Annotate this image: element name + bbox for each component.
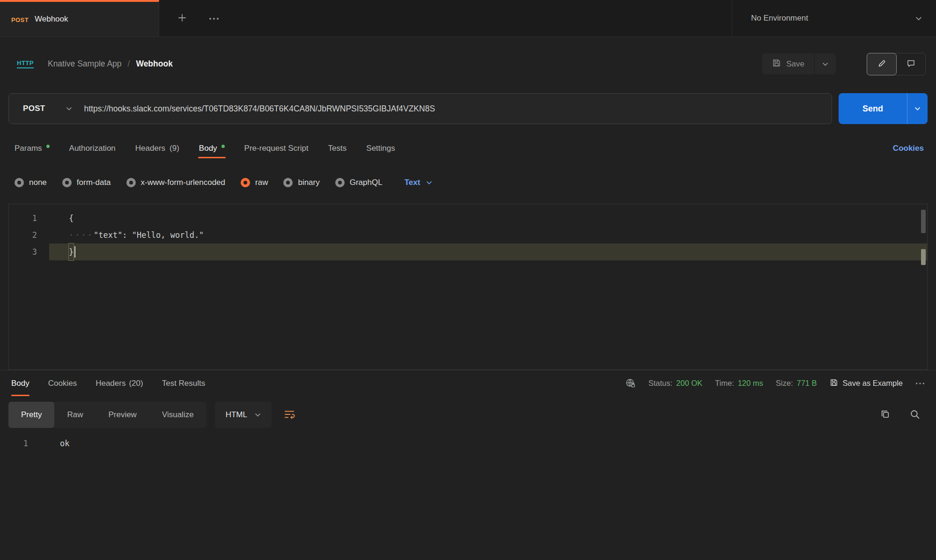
body-type-none-label: none — [29, 178, 47, 187]
send-options-button[interactable] — [907, 93, 928, 124]
response-tab-test-results[interactable]: Test Results — [162, 370, 206, 396]
url-input[interactable] — [84, 104, 832, 114]
response-view-modes: Pretty Raw Preview Visualize — [8, 402, 206, 428]
response-tab-body[interactable]: Body — [11, 370, 29, 396]
save-button[interactable]: Save — [762, 53, 814, 74]
network-info-icon[interactable] — [625, 378, 636, 389]
radio-selected-icon — [241, 178, 250, 187]
view-mode-pretty[interactable]: Pretty — [8, 402, 54, 428]
save-options-button[interactable] — [814, 53, 836, 74]
tab-options-button[interactable] — [209, 15, 219, 22]
request-meta-bar: HTTP Knative Sample App / Webhook Save — [0, 37, 936, 91]
save-icon — [772, 59, 781, 70]
tab-params[interactable]: Params — [15, 144, 50, 162]
breadcrumb-collection[interactable]: Knative Sample App — [48, 59, 122, 69]
radio-icon — [62, 178, 72, 187]
code-text: "text": "Hello, world." — [94, 227, 204, 243]
search-icon — [910, 409, 920, 421]
editor-line: 2 ···· "text": "Hello, world." — [9, 227, 927, 243]
comment-icon — [907, 59, 915, 69]
request-body-editor[interactable]: 1 { 2 ···· "text": "Hello, world." 3 } — [8, 204, 928, 370]
breadcrumb: Knative Sample App / Webhook — [48, 59, 173, 69]
tab-headers[interactable]: Headers (9) — [135, 144, 179, 162]
body-type-row: none form-data x-www-form-urlencoded raw… — [0, 162, 936, 204]
save-button-label: Save — [786, 59, 804, 69]
response-toolbar-right — [880, 409, 928, 421]
response-tab-body-label: Body — [11, 379, 29, 388]
time-badge[interactable]: Time: 120 ms — [715, 379, 763, 388]
editor-scrollbar-thumb[interactable] — [921, 210, 926, 233]
body-type-form-data-label: form-data — [77, 178, 111, 187]
tab-tests[interactable]: Tests — [328, 144, 347, 162]
tab-authorization[interactable]: Authorization — [69, 144, 116, 162]
method-label: POST — [23, 104, 45, 113]
size-badge[interactable]: Size: 771 B — [776, 379, 817, 388]
view-mode-visualize-label: Visualize — [162, 410, 194, 419]
save-as-example-button[interactable]: Save as Example — [830, 378, 903, 389]
environment-selector[interactable]: No Environment — [732, 0, 936, 37]
raw-language-selector[interactable]: Text — [405, 178, 433, 187]
time-label: Time: — [715, 379, 734, 388]
view-mode-raw[interactable]: Raw — [54, 402, 96, 428]
comments-button[interactable] — [896, 53, 925, 75]
radio-icon — [15, 178, 24, 187]
method-selector[interactable]: POST — [9, 104, 84, 113]
line-number: 2 — [9, 227, 49, 243]
status-badge[interactable]: Status: 200 OK — [649, 379, 702, 388]
response-tab-cookies[interactable]: Cookies — [48, 370, 77, 396]
request-tabs: Params Authorization Headers (9) Body Pr… — [0, 126, 936, 162]
view-mode-visualize[interactable]: Visualize — [149, 402, 206, 428]
response-body-viewer[interactable]: 1 ok — [0, 428, 936, 451]
postman-app: POST Webhook No Environment HTTP — [0, 0, 936, 451]
body-type-urlencoded[interactable]: x-www-form-urlencoded — [126, 178, 225, 187]
line-number: 3 — [9, 243, 49, 260]
response-meta: Status: 200 OK Time: 120 ms Size: 771 B … — [625, 378, 925, 389]
time-value: 120 ms — [738, 379, 763, 388]
body-type-none[interactable]: none — [15, 178, 47, 187]
http-protocol-icon: HTTP — [17, 59, 34, 68]
editor-line-current: 3 } — [9, 243, 927, 260]
response-language-selector[interactable]: HTML — [215, 402, 272, 428]
body-type-raw[interactable]: raw — [241, 178, 268, 187]
body-type-raw-label: raw — [255, 178, 268, 187]
tab-strip: POST Webhook No Environment — [0, 0, 936, 37]
send-button[interactable]: Send — [839, 93, 907, 124]
request-tab-webhook[interactable]: POST Webhook — [0, 0, 159, 37]
tab-headers-label: Headers — [135, 144, 165, 153]
body-type-binary-label: binary — [298, 178, 319, 187]
view-mode-preview[interactable]: Preview — [96, 402, 149, 428]
url-container: POST — [8, 93, 832, 124]
send-button-label: Send — [862, 104, 883, 113]
breadcrumb-separator: / — [128, 59, 130, 69]
cookies-link[interactable]: Cookies — [893, 144, 924, 162]
editor-line: 1 { — [9, 210, 927, 227]
pencil-icon — [877, 59, 886, 69]
copy-response-button[interactable] — [880, 409, 890, 420]
status-label: Status: — [649, 379, 672, 388]
body-type-form-data[interactable]: form-data — [62, 178, 111, 187]
tab-strip-actions — [159, 0, 732, 37]
body-type-binary[interactable]: binary — [283, 178, 319, 187]
response-tab-headers[interactable]: Headers (20) — [96, 370, 143, 396]
tab-pre-request-script[interactable]: Pre-request Script — [244, 144, 309, 162]
request-builder: POST Send — [0, 91, 936, 126]
tab-pre-request-script-label: Pre-request Script — [244, 144, 309, 153]
status-value: 200 OK — [676, 379, 702, 388]
indent-guides: ···· — [69, 227, 94, 243]
line-number: 1 — [0, 435, 40, 451]
body-type-graphql[interactable]: GraphQL — [335, 178, 383, 187]
rename-request-button[interactable] — [867, 53, 897, 75]
tab-settings[interactable]: Settings — [366, 144, 395, 162]
response-text: ok — [60, 435, 69, 451]
wrap-lines-button[interactable] — [284, 410, 295, 420]
response-section: Body Cookies Headers (20) Test Results S… — [0, 370, 936, 451]
body-type-urlencoded-label: x-www-form-urlencoded — [141, 178, 225, 187]
response-options-button[interactable] — [915, 380, 925, 387]
search-response-button[interactable] — [910, 409, 920, 421]
save-icon — [830, 378, 838, 389]
new-tab-button[interactable] — [177, 13, 187, 24]
tab-body[interactable]: Body — [199, 144, 225, 162]
tab-method-label: POST — [11, 15, 29, 23]
view-mode-pretty-label: Pretty — [21, 410, 42, 419]
environment-label: No Environment — [751, 14, 808, 23]
